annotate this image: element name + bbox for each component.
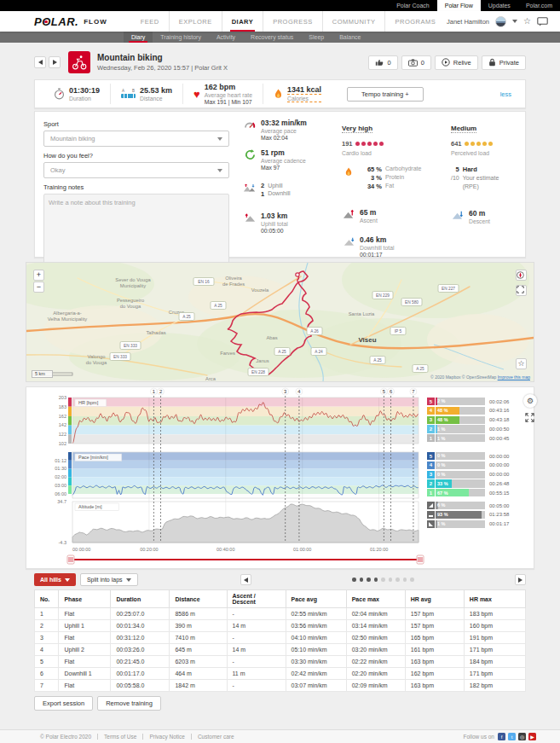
map-label: Santa Luzia: [349, 311, 375, 316]
laps-page-dot[interactable]: [395, 578, 400, 582]
svg-text:142: 142: [59, 422, 66, 427]
laps-page-dot[interactable]: [352, 578, 356, 582]
map-zoom-in-button[interactable]: +: [33, 270, 44, 281]
lap-cell: 7410 m: [170, 632, 227, 644]
laps-page-next-button[interactable]: [515, 574, 526, 585]
avatar[interactable]: [495, 16, 506, 27]
lap-table-row[interactable]: 1Flat00:25:07.08586 m-02:55 min/km02:04 …: [35, 608, 526, 620]
lap-cell: -: [227, 632, 286, 644]
subnav-tab-activity[interactable]: Activity: [209, 32, 243, 43]
lap-cell: 171 bpm: [464, 644, 525, 656]
feel-select[interactable]: Okay: [43, 162, 229, 178]
map-label: Talhadas: [146, 330, 165, 335]
privacy-button[interactable]: Private: [482, 55, 526, 70]
svg-text:01:30: 01:30: [55, 466, 66, 471]
sport-select[interactable]: Mountain biking: [43, 131, 229, 147]
nav-tab-diary[interactable]: DIARY: [222, 11, 263, 32]
laps-pagination-dots[interactable]: [352, 578, 414, 582]
footer-link-terms-of-use[interactable]: Terms of Use: [97, 734, 142, 740]
zone-row: 11 %00:00:45: [427, 434, 535, 442]
previous-session-button[interactable]: [34, 56, 46, 68]
lap-cell: 171 bpm: [464, 668, 525, 680]
hills-filter-button[interactable]: All hills: [34, 573, 76, 586]
zone-row: 52 %00:02:06: [427, 398, 535, 405]
zone-bar: 1 %: [436, 520, 485, 528]
improve-map-link[interactable]: Improve this map: [498, 374, 530, 380]
svg-text:01:00:00: 01:00:00: [293, 547, 311, 552]
subnav-tab-sleep[interactable]: Sleep: [301, 32, 332, 43]
photos-button[interactable]: 0: [401, 55, 431, 70]
zone-time: 00:00:45: [489, 436, 509, 441]
laps-split-button[interactable]: Split into laps: [80, 573, 138, 586]
topbar-link-polar-com[interactable]: Polar.com: [518, 0, 560, 11]
map-favorite-star-button[interactable]: ☆: [516, 358, 527, 369]
user-name[interactable]: Janet Hamilton: [447, 18, 489, 26]
map-zoom-out-button[interactable]: −: [33, 282, 44, 293]
nav-tab-community[interactable]: COMMUNITY: [322, 11, 385, 32]
calories-metric[interactable]: 1341 kcalCalories: [263, 84, 332, 104]
nav-tab-explore[interactable]: EXPLORE: [169, 11, 222, 32]
topbar-link-polar-flow[interactable]: Polar Flow: [437, 0, 481, 11]
favorites-star-icon[interactable]: ☆: [523, 17, 531, 26]
laps-page-prev-button[interactable]: [240, 574, 251, 585]
lap-table-row[interactable]: 3Flat00:31:12.07410 m-04:10 min/km02:50 …: [35, 632, 526, 644]
subnav-tab-training-history[interactable]: Training history: [153, 32, 209, 43]
instagram-icon[interactable]: ◎: [518, 733, 526, 740]
feel-label: How do you feel?: [43, 152, 229, 160]
map-label: Oliveirade Frades: [222, 276, 245, 287]
lap-table-row[interactable]: 2Uphill 100:01:34.0390 m14 m03:56 min/km…: [35, 620, 526, 632]
subnav-tab-recovery-status[interactable]: Recovery status: [243, 32, 301, 43]
lap-table-row[interactable]: 5Flat00:21:45.06203 m-03:30 min/km02:22 …: [35, 656, 526, 668]
chart-settings-gear-icon[interactable]: ⚙: [523, 394, 537, 408]
next-session-button[interactable]: [49, 56, 61, 68]
subnav-tab-diary[interactable]: Diary: [124, 32, 153, 43]
training-notes-input[interactable]: [43, 194, 229, 272]
facebook-icon[interactable]: f: [498, 733, 505, 740]
route-map[interactable]: Sever do VougaMunicipalityPessegueirodo …: [26, 262, 534, 382]
footer-link-privacy-notice[interactable]: Privacy Notice: [142, 734, 191, 740]
user-menu-caret-icon[interactable]: [512, 20, 517, 23]
feedback-chat-icon[interactable]: [537, 17, 548, 26]
topbar-link-updates[interactable]: Updates: [481, 0, 518, 11]
descent-stat: 60 mDescent: [451, 209, 517, 224]
topbar-link-polar-coach[interactable]: Polar Coach: [389, 0, 437, 11]
laps-page-dot[interactable]: [389, 578, 393, 582]
svg-text:EN 580: EN 580: [405, 300, 419, 305]
laps-page-dot[interactable]: [360, 578, 364, 582]
relive-button[interactable]: Relive: [435, 55, 478, 70]
laps-page-dot[interactable]: [374, 578, 378, 582]
laps-page-dot[interactable]: [403, 578, 407, 582]
nav-tab-feed[interactable]: FEED: [131, 11, 169, 32]
youtube-icon[interactable]: ▶: [528, 733, 536, 740]
nav-tab-progress[interactable]: PROGRESS: [263, 11, 322, 32]
subnav-tab-balance[interactable]: Balance: [332, 32, 368, 43]
training-target-button[interactable]: Tempo training +: [347, 87, 424, 102]
cardio-load-stat[interactable]: Very high 191 Cardio load: [342, 119, 451, 156]
map-fullscreen-button[interactable]: [516, 285, 527, 296]
laps-page-dot[interactable]: [410, 578, 414, 582]
map-compass-icon[interactable]: [516, 270, 527, 281]
zone-time: 00:00:00: [489, 472, 509, 477]
remove-training-button[interactable]: Remove training: [97, 696, 161, 711]
nav-tab-programs[interactable]: PROGRAMS: [384, 11, 445, 32]
lap-table-row[interactable]: 7Flat00:05:58.01842 m-03:07 min/km02:09 …: [35, 680, 526, 692]
uphill-icon: [243, 212, 257, 223]
like-button[interactable]: 0: [368, 55, 397, 70]
map-label: Arca: [205, 376, 216, 381]
svg-text:-4.3: -4.3: [59, 540, 66, 545]
zone-bar: 1 %: [436, 425, 485, 432]
less-link[interactable]: less: [500, 90, 517, 98]
footer-link-customer-care[interactable]: Customer care: [191, 734, 240, 740]
export-session-button[interactable]: Export session: [34, 696, 93, 711]
laps-page-dot[interactable]: [381, 578, 385, 582]
twitter-icon[interactable]: t: [508, 733, 516, 740]
lap-table-row[interactable]: 6Downhill 100:01:17.0464 m11 m02:42 min/…: [35, 668, 526, 680]
perceived-dot: [465, 142, 470, 147]
laps-page-dot[interactable]: [367, 578, 371, 582]
lap-table-row[interactable]: 4Uphill 200:03:26.0645 m14 m05:10 min/km…: [35, 644, 526, 656]
polar-logo[interactable]: POLAR.: [34, 15, 78, 28]
perceived-load-stat[interactable]: Medium 641 Perceived load: [451, 119, 517, 156]
zone-row: 1 %00:01:17: [427, 520, 535, 528]
lap-cell: 5: [35, 656, 59, 668]
chart-expand-icon[interactable]: [525, 413, 534, 422]
